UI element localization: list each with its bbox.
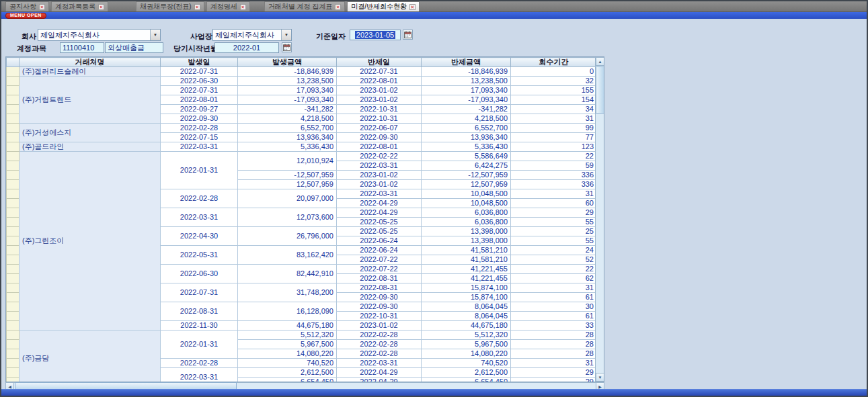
collect-days-cell[interactable]: 123	[511, 142, 597, 152]
occur-amount-cell[interactable]: 6,654,450	[238, 378, 337, 383]
settle-date-cell[interactable]: 2023-01-02	[337, 321, 422, 330]
settle-date-cell[interactable]: 2022-06-24	[337, 236, 422, 246]
row-selector[interactable]	[7, 246, 19, 255]
customer-name-cell[interactable]: (주)겔러리드슬레이	[19, 67, 161, 77]
settle-date-cell[interactable]: 2022-08-01	[337, 77, 422, 86]
settle-amount-cell[interactable]: 6,552,700	[422, 124, 511, 133]
row-selector[interactable]	[7, 95, 19, 105]
tab-close-icon[interactable]: ✕	[194, 4, 200, 10]
collect-days-cell[interactable]: 28	[511, 330, 597, 340]
occur-date-cell[interactable]: 2022-06-30	[161, 77, 238, 86]
occur-date-cell[interactable]: 2022-07-31	[161, 86, 238, 95]
occur-date-cell[interactable]: 2022-07-31	[161, 283, 238, 302]
occur-amount-cell[interactable]: 82,442,910	[238, 265, 337, 283]
occur-date-cell[interactable]: 2022-11-30	[161, 321, 238, 330]
customer-name-cell[interactable]: (주)거림트렌드	[19, 77, 161, 124]
period-start-input[interactable]: 2022-01	[214, 42, 279, 53]
vertical-scrollbar-thumb[interactable]	[596, 67, 604, 114]
settle-amount-cell[interactable]: 41,581,210	[422, 246, 511, 255]
col-header-collect-days[interactable]: 회수기간	[511, 58, 597, 67]
settle-date-cell[interactable]: 2022-04-29	[337, 378, 422, 383]
row-selector[interactable]	[7, 199, 19, 208]
tab-close-icon[interactable]: ✕	[39, 4, 45, 10]
menu-open-button[interactable]: MENU OPEN	[5, 13, 46, 19]
occur-amount-cell[interactable]: 13,238,500	[238, 77, 337, 86]
settle-amount-cell[interactable]: 10,048,500	[422, 189, 511, 199]
collect-days-cell[interactable]: 22	[511, 152, 597, 161]
row-selector[interactable]	[7, 378, 19, 383]
occur-amount-cell[interactable]: 6,552,700	[238, 124, 337, 133]
settle-date-cell[interactable]: 2022-03-31	[337, 359, 422, 368]
row-selector[interactable]	[7, 133, 19, 142]
settle-date-cell[interactable]: 2022-02-28	[337, 349, 422, 359]
settle-date-cell[interactable]: 2022-07-22	[337, 265, 422, 274]
settle-amount-cell[interactable]: 12,507,959	[422, 180, 511, 189]
occur-amount-cell[interactable]: 5,967,500	[238, 340, 337, 349]
collect-days-cell[interactable]: 29	[511, 208, 597, 218]
row-selector[interactable]	[7, 124, 19, 133]
settle-amount-cell[interactable]: 15,874,100	[422, 293, 511, 302]
occur-amount-cell[interactable]: 31,748,200	[238, 283, 337, 302]
row-selector[interactable]	[7, 208, 19, 218]
occur-amount-cell[interactable]: -12,507,959	[238, 171, 337, 180]
row-selector[interactable]	[7, 67, 19, 77]
settle-amount-cell[interactable]: 4,218,500	[422, 114, 511, 124]
occur-date-cell[interactable]: 2022-02-28	[161, 124, 238, 133]
collect-days-cell[interactable]: 61	[511, 293, 597, 302]
settle-date-cell[interactable]: 2023-01-02	[337, 86, 422, 95]
collect-days-cell[interactable]: 28	[511, 340, 597, 349]
vertical-scrollbar[interactable]: ▲ ▼	[595, 57, 604, 382]
occur-date-cell[interactable]: 2022-08-01	[161, 95, 238, 105]
customer-name-cell[interactable]: (주)거성에스지	[19, 124, 161, 142]
settle-amount-cell[interactable]: 5,967,500	[422, 340, 511, 349]
settle-date-cell[interactable]: 2022-03-31	[337, 161, 422, 171]
collect-days-cell[interactable]: 28	[511, 349, 597, 359]
chevron-down-icon[interactable]: ▼	[150, 30, 160, 40]
settle-amount-cell[interactable]: -12,507,959	[422, 171, 511, 180]
occur-amount-cell[interactable]: 44,675,180	[238, 321, 337, 330]
row-selector[interactable]	[7, 274, 19, 283]
occur-amount-cell[interactable]: -18,846,939	[238, 67, 337, 77]
settle-amount-cell[interactable]: 6,036,800	[422, 208, 511, 218]
row-selector[interactable]	[7, 349, 19, 359]
settle-amount-cell[interactable]: -18,846,939	[422, 67, 511, 77]
settle-amount-cell[interactable]: 13,398,000	[422, 227, 511, 236]
settle-amount-cell[interactable]: -17,093,340	[422, 95, 511, 105]
chevron-down-icon[interactable]: ▼	[281, 30, 291, 40]
row-selector[interactable]	[7, 359, 19, 368]
row-selector[interactable]	[7, 114, 19, 124]
settle-amount-cell[interactable]: 2,612,500	[422, 368, 511, 378]
settle-amount-cell[interactable]: -341,282	[422, 105, 511, 114]
collect-days-cell[interactable]: 99	[511, 124, 597, 133]
settle-amount-cell[interactable]: 44,675,180	[422, 321, 511, 330]
occur-date-cell[interactable]: 2022-02-28	[161, 189, 238, 208]
occur-amount-cell[interactable]: -341,282	[238, 105, 337, 114]
tab[interactable]: 미결/반제회수현황✕	[347, 1, 420, 11]
settle-amount-cell[interactable]: 41,581,210	[422, 255, 511, 265]
settle-date-cell[interactable]: 2022-02-28	[337, 330, 422, 340]
customer-name-cell[interactable]: (주)그린조이	[19, 152, 161, 330]
collect-days-cell[interactable]: 31	[511, 283, 597, 293]
col-header-occur-amount[interactable]: 발생금액	[238, 58, 337, 67]
occur-amount-cell[interactable]: 13,936,340	[238, 133, 337, 142]
settle-date-cell[interactable]: 2022-06-24	[337, 246, 422, 255]
collect-days-cell[interactable]: 31	[511, 189, 597, 199]
occur-date-cell[interactable]: 2022-09-30	[161, 114, 238, 124]
settle-amount-cell[interactable]: 41,221,455	[422, 274, 511, 283]
occur-date-cell[interactable]: 2022-03-31	[161, 142, 238, 152]
row-selector[interactable]	[7, 227, 19, 236]
occur-date-cell[interactable]: 2022-03-31	[161, 368, 238, 383]
settle-amount-cell[interactable]: 15,874,100	[422, 283, 511, 293]
collect-days-cell[interactable]: 22	[511, 265, 597, 274]
collect-days-cell[interactable]: 77	[511, 133, 597, 142]
occur-amount-cell[interactable]: 5,336,430	[238, 142, 337, 152]
row-selector[interactable]	[7, 340, 19, 349]
settle-date-cell[interactable]: 2023-01-02	[337, 171, 422, 180]
tab[interactable]: 계정명세✕	[206, 1, 250, 11]
settle-date-cell[interactable]: 2022-08-01	[337, 142, 422, 152]
col-header-occur-date[interactable]: 발생일	[161, 58, 238, 67]
collect-days-cell[interactable]: 30	[511, 302, 597, 312]
row-selector[interactable]	[7, 152, 19, 161]
collect-days-cell[interactable]: 336	[511, 180, 597, 189]
scroll-down-icon[interactable]: ▼	[596, 373, 604, 382]
